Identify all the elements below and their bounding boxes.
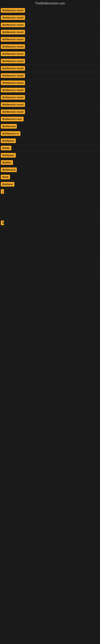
result-row: Bottleneck result [0,28,100,36]
bottleneck-badge[interactable]: Bottle [1,146,11,150]
result-row: B [0,219,100,226]
result-row: Bottleneck result [0,58,100,65]
bottleneck-badge[interactable]: Bottleneck result [1,59,25,64]
bottleneck-badge[interactable]: Bottleneck result [1,95,25,100]
result-row: Bottleneck result [0,43,100,50]
bottleneck-badge[interactable]: Bottleneck result [1,30,25,34]
result-row [0,211,100,219]
bottleneck-badge[interactable]: Bottleneck re [1,131,20,136]
bottleneck-badge[interactable]: Bottleneck result [1,15,25,20]
result-row: Bottleneck result [0,36,100,43]
result-row: Bottle [0,144,100,152]
result-row: | [0,188,100,195]
bottleneck-badge[interactable]: Bottlenec [1,153,16,158]
result-row [0,203,100,211]
bottleneck-badge[interactable]: Bottleneck result [1,22,25,27]
result-row: Bottleneck [0,166,100,174]
result-row: Bottleneck result [0,79,100,86]
bottleneck-badge[interactable]: Bottleneck result [1,44,25,49]
bottleneck-badge[interactable]: Bottleneck result [1,8,25,13]
bottleneck-badge[interactable]: Bottleneck [1,124,17,128]
result-row: Bottleneck result [0,14,100,21]
result-row [0,226,100,235]
bottleneck-badge[interactable]: Bottlen [1,160,13,165]
bottleneck-badge[interactable]: Bottlene [1,182,14,186]
result-row: Bottleneck result [0,7,100,14]
bottleneck-badge[interactable]: Bottleneck result [1,73,25,78]
bottleneck-badge[interactable]: Bottleneck resu [1,117,24,121]
result-row: Bottlenec [0,152,100,159]
bottleneck-badge[interactable]: Bottleneck result [1,52,25,56]
bottleneck-badge[interactable]: Bottl [1,175,10,179]
bottleneck-badge[interactable]: Bottleneck result [1,110,25,114]
bottleneck-badge[interactable]: Bottleneck [1,168,17,172]
result-row: Bottleneck resu [0,116,100,123]
result-row: Bottleneck re [0,130,100,137]
result-row: Bottleneck result [0,21,100,28]
bottleneck-badge[interactable]: Bottleneck result [1,80,25,85]
bottleneck-badge[interactable]: Bottlenec [1,138,16,143]
result-row [0,251,100,259]
bottleneck-badge[interactable]: Bottleneck result [1,37,25,42]
result-row: Bottleneck result [0,72,100,79]
result-row: Bottleneck result [0,50,100,58]
result-row: Bottleneck [0,123,100,130]
result-row [0,267,100,275]
bottleneck-badge[interactable]: Bottleneck result [1,102,25,107]
result-row: Bottlen [0,159,100,166]
bottleneck-badge[interactable]: | [1,189,4,194]
results-container: Bottleneck resultBottleneck resultBottle… [0,7,100,275]
result-row [0,195,100,203]
result-row: Bottleneck result [0,108,100,116]
bottleneck-badge[interactable]: B [1,220,4,225]
bottleneck-badge[interactable]: Bottleneck result [1,88,25,92]
site-title: TheBottlenecker.com [0,0,100,7]
bottleneck-badge[interactable]: Bottleneck result [1,66,25,71]
result-row: Bottl [0,174,100,181]
result-row: Bottlenec [0,137,100,144]
result-row [0,243,100,251]
result-row: Bottleneck result [0,101,100,108]
result-row [0,259,100,267]
result-row: Bottleneck result [0,94,100,101]
result-row: Bottleneck result [0,65,100,72]
result-row: Bottleneck result [0,86,100,94]
result-row: Bottlene [0,181,100,188]
result-row [0,235,100,243]
